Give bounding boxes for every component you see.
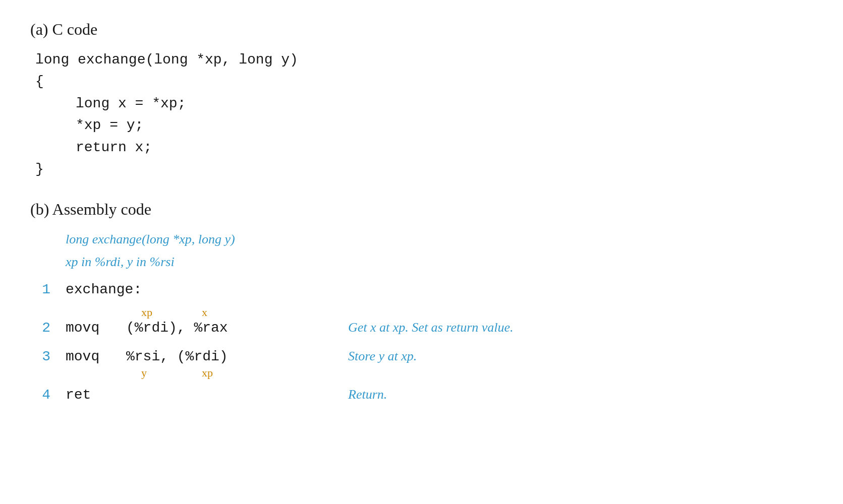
asm-row-4: 4 ret Return. [30, 384, 813, 407]
c-code-block: long exchange(long *xp, long y) { long x… [35, 49, 813, 180]
annotation-x-above: x [202, 303, 207, 322]
asm-instr-1: exchange: [66, 278, 126, 301]
c-line-5: return x; [76, 137, 813, 158]
asm-note-3: Store y at xp. [348, 346, 417, 367]
asm-comment-1: long exchange(long *xp, long y) [66, 229, 813, 250]
c-line-2: { [35, 71, 813, 92]
annotation-y-below: y [141, 364, 147, 382]
asm-note-2: Get x at xp. Set as return value. [348, 317, 514, 339]
asm-instr-4: ret [66, 384, 126, 407]
c-line-3: long x = *xp; [76, 93, 813, 114]
assembly-block: long exchange(long *xp, long y) xp in %r… [30, 229, 813, 407]
line-num-3: 3 [30, 345, 50, 368]
annotation-xp-below: xp [202, 364, 213, 382]
c-line-6: } [35, 158, 813, 180]
asm-args-2: xp x (%rdi), %rax [126, 317, 318, 340]
asm-comment-2-text: xp in %rdi, y in %rsi [66, 255, 175, 269]
annotation-xp-above: xp [141, 303, 152, 322]
asm-comment-1-text: long exchange(long *xp, long y) [66, 232, 235, 246]
asm-comment-2: xp in %rdi, y in %rsi [66, 251, 813, 273]
line-num-4: 4 [30, 384, 50, 407]
line-num-1: 1 [30, 278, 50, 301]
asm-row-2: 2 movq xp x (%rdi), %rax Get x at xp. Se… [30, 317, 813, 340]
section-a-label: (a) C code [30, 20, 813, 39]
asm-instr-2: movq [66, 317, 126, 340]
c-line-1: long exchange(long *xp, long y) [35, 49, 813, 71]
asm-row-3: 3 movq y xp %rsi, (%rdi) Store y at xp. [30, 345, 813, 368]
c-line-4: *xp = y; [76, 114, 813, 136]
line-num-2: 2 [30, 317, 50, 340]
asm-args-3: y xp %rsi, (%rdi) [126, 345, 318, 368]
asm-row-1: 1 exchange: [30, 278, 813, 301]
section-b: (b) Assembly code long exchange(long *xp… [30, 200, 813, 407]
asm-instr-3: movq [66, 345, 126, 368]
section-b-label: (b) Assembly code [30, 200, 813, 219]
section-a: (a) C code long exchange(long *xp, long … [30, 20, 813, 180]
asm-note-4: Return. [348, 384, 387, 406]
